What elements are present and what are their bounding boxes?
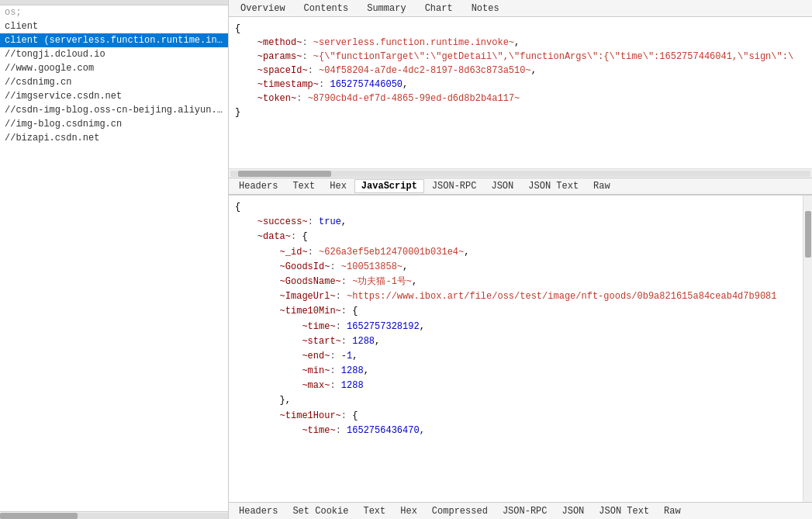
bottom-sub-tab-json[interactable]: JSON (555, 504, 591, 518)
top-tab-overview[interactable]: Overview (232, 1, 294, 16)
sidebar-header (0, 0, 228, 5)
item-selected[interactable]: client (serverless.function.runtime.invo… (0, 33, 228, 47)
bottom-sub-tab-json-text[interactable]: JSON Text (592, 504, 656, 518)
sidebar-scroll-track (0, 513, 228, 519)
bottom-sub-tab-headers[interactable]: Headers (232, 504, 285, 518)
request-panel: { ~method~: ~serverless.function.runtime… (229, 17, 812, 195)
response-scroll-thumb-v[interactable] (805, 211, 811, 258)
response-content: { ~success~: true, ~data~: { ~_id~: ~626… (229, 195, 812, 502)
sidebar-scrollbar[interactable] (0, 511, 228, 519)
item-csdnimg[interactable]: //csdnimg.cn (0, 75, 228, 89)
bottom-sub-tab-json-rpc[interactable]: JSON-RPC (496, 504, 555, 518)
request-scroll-track-h (230, 171, 810, 177)
request-code-area: { ~method~: ~serverless.function.runtime… (229, 17, 812, 168)
bottom-sub-tab-raw[interactable]: Raw (657, 504, 688, 518)
req-sub-tab-json-rpc[interactable]: JSON-RPC (425, 179, 484, 193)
bottom-sub-tab-hex[interactable]: Hex (393, 504, 424, 518)
item-aliyun[interactable]: //csdn-img-blog.oss-cn-beijing.aliyun... (0, 103, 228, 117)
req-sub-tab-hex[interactable]: Hex (323, 179, 354, 193)
item-google[interactable]: //www.google.com (0, 61, 228, 75)
item-client[interactable]: client (0, 19, 228, 33)
item-os[interactable]: os; (0, 5, 228, 19)
req-sub-tab-headers[interactable]: Headers (232, 179, 285, 193)
top-tab-chart[interactable]: Chart (416, 1, 461, 16)
bottom-sub-tabs: HeadersSet CookieTextHexCompressedJSON-R… (229, 502, 812, 519)
top-tab-summary[interactable]: Summary (358, 1, 414, 16)
request-scrollbar-h[interactable] (229, 168, 812, 178)
top-tabs: OverviewContentsSummaryChartNotes (229, 0, 812, 17)
sidebar-scroll-thumb[interactable] (0, 513, 78, 519)
top-tab-contents[interactable]: Contents (295, 1, 358, 16)
request-sub-tabs: HeadersTextHexJavaScriptJSON-RPCJSONJSON… (229, 178, 812, 195)
item-imgservice[interactable]: //imgservice.csdn.net (0, 89, 228, 103)
top-tab-notes[interactable]: Notes (463, 1, 508, 16)
sidebar-list: os;clientclient (serverless.function.run… (0, 5, 228, 511)
req-sub-tab-raw[interactable]: Raw (586, 179, 617, 193)
item-imgblog[interactable]: //img-blog.csdnimg.cn (0, 117, 228, 131)
req-sub-tab-json[interactable]: JSON (484, 179, 520, 193)
sidebar: os;clientclient (serverless.function.run… (0, 0, 229, 519)
response-panel: { ~success~: true, ~data~: { ~_id~: ~626… (229, 195, 812, 519)
item-tongji[interactable]: //tongji.dcloud.io (0, 47, 228, 61)
response-scrollbar-v[interactable] (803, 195, 812, 502)
req-sub-tab-text[interactable]: Text (285, 179, 322, 193)
req-sub-tab-javascript[interactable]: JavaScript (354, 179, 424, 193)
req-sub-tab-json-text[interactable]: JSON Text (521, 179, 586, 193)
bottom-sub-tab-text[interactable]: Text (356, 504, 392, 518)
request-scroll-thumb-h[interactable] (238, 171, 331, 177)
main-panel: OverviewContentsSummaryChartNotes { ~met… (229, 0, 812, 519)
bottom-sub-tab-compressed[interactable]: Compressed (425, 504, 495, 518)
item-bizapi[interactable]: //bizapi.csdn.net (0, 131, 228, 145)
bottom-sub-tab-set-cookie[interactable]: Set Cookie (285, 504, 355, 518)
response-code-area: { ~success~: true, ~data~: { ~_id~: ~626… (229, 195, 803, 502)
